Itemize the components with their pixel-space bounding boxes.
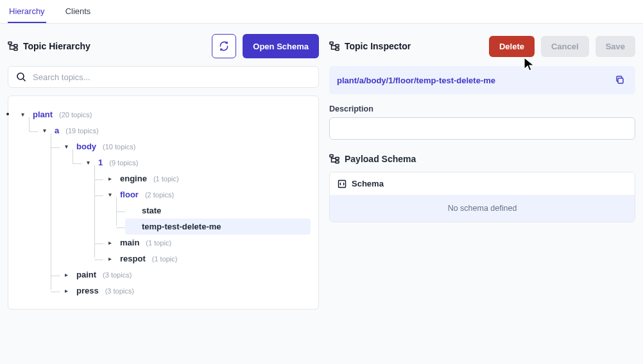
tree-label: 1 bbox=[98, 158, 103, 167]
refresh-button[interactable] bbox=[212, 34, 236, 58]
tab-hierarchy[interactable]: Hierarchy bbox=[8, 0, 46, 23]
tree-node-press[interactable]: ▸ press (3 topics) bbox=[60, 283, 311, 299]
tree-count: (9 topics) bbox=[109, 159, 138, 167]
open-schema-button[interactable]: Open Schema bbox=[243, 34, 319, 58]
topic-path: plant/a/body/1/floor/temp-test-delete-me bbox=[337, 76, 495, 85]
tree-count: (20 topics) bbox=[59, 111, 92, 119]
schema-card: Schema No schema defined bbox=[329, 172, 635, 222]
tree-label: engine bbox=[120, 174, 147, 183]
tree-node-plant[interactable]: ▾ plant (20 topics) bbox=[16, 106, 311, 122]
svg-rect-11 bbox=[339, 180, 346, 187]
svg-rect-9 bbox=[336, 158, 339, 160]
svg-rect-4 bbox=[330, 42, 333, 45]
tree-node-1[interactable]: ▾ 1 (9 topics) bbox=[81, 154, 311, 170]
panel-title-hierarchy: Topic Hierarchy bbox=[23, 41, 90, 51]
tree-count: (3 topics) bbox=[105, 287, 134, 295]
svg-rect-1 bbox=[14, 45, 17, 47]
tree-node-body[interactable]: ▾ body (10 topics) bbox=[60, 138, 311, 154]
panel-title-inspector: Topic Inspector bbox=[345, 41, 411, 51]
chevron-right-icon: ▸ bbox=[108, 239, 116, 246]
tree-label: main bbox=[120, 238, 139, 247]
svg-rect-5 bbox=[336, 45, 339, 47]
description-label: Description bbox=[329, 104, 635, 113]
tree-node-state[interactable]: state bbox=[125, 203, 311, 219]
payload-schema-title: Payload Schema bbox=[345, 154, 416, 164]
tree-label: press bbox=[76, 286, 99, 295]
tree-node-paint[interactable]: ▸ paint (3 topics) bbox=[60, 267, 311, 283]
search-icon bbox=[16, 72, 26, 82]
tree-label: plant bbox=[33, 110, 53, 119]
svg-rect-2 bbox=[14, 48, 17, 51]
svg-rect-10 bbox=[336, 161, 339, 163]
tree-count: (2 topics) bbox=[145, 191, 174, 199]
tab-clients[interactable]: Clients bbox=[64, 0, 92, 23]
schema-icon bbox=[338, 179, 347, 188]
tree-count: (1 topic) bbox=[152, 255, 178, 263]
tree-label: paint bbox=[76, 270, 96, 279]
chevron-right-icon: ▸ bbox=[108, 175, 116, 182]
tree-label: state bbox=[142, 206, 161, 215]
svg-rect-7 bbox=[618, 78, 623, 83]
tree-count: (19 topics) bbox=[65, 127, 98, 135]
chevron-down-icon: ▾ bbox=[65, 143, 73, 150]
chevron-down-icon: ▾ bbox=[43, 127, 51, 134]
svg-rect-6 bbox=[336, 48, 339, 51]
tree-label: respot bbox=[120, 254, 146, 263]
inspector-icon bbox=[329, 41, 339, 51]
tree-label: a bbox=[55, 126, 59, 135]
refresh-icon bbox=[219, 41, 229, 51]
description-input[interactable] bbox=[329, 117, 635, 140]
chevron-down-icon: ▾ bbox=[87, 159, 94, 166]
tree-label: temp-test-delete-me bbox=[142, 222, 221, 231]
tree-count: (10 topics) bbox=[103, 143, 135, 151]
tree-node-engine[interactable]: ▸ engine (1 topic) bbox=[103, 170, 311, 186]
chevron-right-icon: ▸ bbox=[65, 271, 73, 278]
chevron-down-icon: ▾ bbox=[108, 191, 116, 198]
chevron-right-icon: ▸ bbox=[65, 287, 73, 294]
tree-count: (3 topics) bbox=[103, 271, 132, 279]
schema-title: Schema bbox=[352, 179, 384, 188]
svg-rect-8 bbox=[330, 155, 333, 158]
tree-node-a[interactable]: ▾ a (19 topics) bbox=[38, 122, 311, 138]
copy-icon bbox=[615, 75, 625, 85]
schema-empty-state: No schema defined bbox=[330, 195, 635, 222]
chevron-down-icon: ▾ bbox=[21, 111, 29, 118]
search-box[interactable] bbox=[8, 66, 319, 88]
search-input[interactable] bbox=[33, 72, 311, 82]
topic-path-box: plant/a/body/1/floor/temp-test-delete-me bbox=[329, 66, 635, 94]
tree-node-temp[interactable]: temp-test-delete-me bbox=[125, 219, 311, 235]
chevron-right-icon: ▸ bbox=[108, 255, 116, 262]
tree-label: floor bbox=[120, 190, 139, 199]
tree-count: (1 topic) bbox=[146, 239, 171, 247]
tree-count: (1 topic) bbox=[153, 175, 179, 183]
svg-point-3 bbox=[17, 73, 24, 79]
copy-button[interactable] bbox=[612, 72, 628, 88]
tree-node-respot[interactable]: ▸ respot (1 topic) bbox=[103, 251, 311, 267]
tree-label: body bbox=[76, 142, 96, 151]
cancel-button[interactable]: Cancel bbox=[541, 36, 589, 57]
payload-schema-icon bbox=[329, 154, 339, 164]
hierarchy-icon bbox=[8, 41, 18, 51]
tree-node-floor[interactable]: ▾ floor (2 topics) bbox=[103, 186, 311, 203]
save-button[interactable]: Save bbox=[596, 36, 635, 57]
tree-node-main[interactable]: ▸ main (1 topic) bbox=[103, 235, 311, 251]
main-tabs: Hierarchy Clients bbox=[0, 0, 643, 24]
delete-button[interactable]: Delete bbox=[489, 36, 535, 57]
svg-rect-0 bbox=[8, 42, 12, 45]
